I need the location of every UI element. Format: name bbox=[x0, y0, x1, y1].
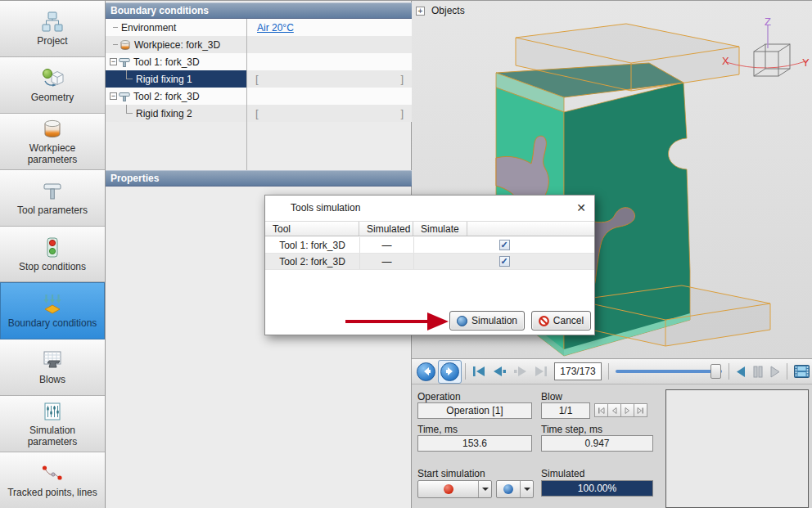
sidebar-item-label: Boundary conditions bbox=[8, 317, 97, 329]
tree-line bbox=[113, 44, 118, 45]
frame-slider[interactable] bbox=[616, 362, 722, 380]
bracket-open: [ bbox=[255, 73, 259, 85]
last-frame-button[interactable] bbox=[534, 366, 548, 377]
sidebar-item-label: Geometry bbox=[31, 92, 74, 103]
column-header-simulated[interactable]: Simulated bbox=[359, 222, 413, 236]
column-header-tool[interactable]: Tool bbox=[265, 222, 359, 236]
tree-row-label: Rigid fixing 2 bbox=[136, 108, 192, 119]
start-simulation-dropdown[interactable] bbox=[478, 481, 491, 497]
frame-counter-field[interactable]: 173/173 bbox=[554, 362, 602, 380]
collapse-expander-icon[interactable]: − bbox=[110, 92, 117, 100]
environment-value-link[interactable]: Air 20°C bbox=[257, 22, 294, 34]
operation-label: Operation bbox=[417, 391, 461, 402]
first-frame-button[interactable] bbox=[471, 366, 486, 377]
start-simulation-label: Start simulation bbox=[417, 468, 485, 479]
column-divider bbox=[246, 122, 247, 170]
tree-line bbox=[113, 27, 118, 28]
time-step-label: Time step, ms bbox=[541, 424, 602, 435]
blow-last-button[interactable] bbox=[634, 403, 647, 417]
sidebar-item-label: Simulation parameters bbox=[3, 425, 102, 447]
operation-field[interactable]: Operation [1] bbox=[417, 402, 532, 419]
bracket-close: ] bbox=[400, 73, 404, 85]
blow-label: Blow bbox=[541, 391, 562, 402]
simulation-sphere-icon bbox=[457, 316, 467, 326]
blow-previous-button[interactable] bbox=[607, 403, 621, 417]
sidebar-item-project[interactable]: Project bbox=[0, 1, 105, 57]
simulation-button[interactable]: Simulation bbox=[449, 311, 525, 330]
slider-track bbox=[616, 370, 722, 373]
record-dot-icon bbox=[444, 484, 453, 494]
step-forward-button[interactable] bbox=[512, 366, 529, 377]
panel-header-properties: Properties bbox=[106, 170, 412, 187]
tree-row-tool-2[interactable]: − Tool 2: fork_3D bbox=[106, 88, 412, 105]
simulate-checkbox[interactable]: ✓ bbox=[499, 256, 510, 267]
previous-record-button[interactable] bbox=[417, 362, 435, 381]
dialog-table-row[interactable]: Tool 1: fork_3D — ✓ bbox=[265, 237, 594, 254]
axis-y-label: Y bbox=[802, 56, 810, 69]
simulated-cell: — bbox=[359, 254, 413, 269]
tree-row-label: Environment bbox=[121, 22, 176, 34]
blows-icon bbox=[40, 349, 65, 372]
playback-toolbar: 173/173 bbox=[412, 359, 812, 384]
tracked-points-icon bbox=[40, 462, 65, 485]
sidebar-item-tool-parameters[interactable]: Tool parameters bbox=[0, 170, 105, 227]
project-icon bbox=[40, 11, 65, 34]
boundary-conditions-icon bbox=[40, 293, 65, 316]
playback-control-panel: 173/173 bbox=[412, 358, 812, 508]
simulation-button-label: Simulation bbox=[471, 315, 517, 326]
dialog-table-row[interactable]: Tool 2: fork_3D — ✓ bbox=[265, 254, 594, 270]
column-header-simulate[interactable]: Simulate bbox=[413, 222, 467, 236]
axis-z-label: Z bbox=[765, 17, 771, 28]
close-icon[interactable]: ✕ bbox=[576, 200, 586, 215]
tree-row-environment[interactable]: Environment Air 20°C bbox=[106, 19, 412, 36]
tool-name-cell: Tool 1: fork_3D bbox=[265, 237, 359, 253]
traffic-light-icon bbox=[40, 236, 65, 259]
record-video-icon[interactable] bbox=[793, 363, 810, 380]
boundary-conditions-tree: Environment Air 20°C Workpiece: fork_3D bbox=[106, 19, 412, 122]
panel-header-boundary-conditions: Boundary conditions bbox=[106, 2, 412, 19]
simulated-label: Simulated bbox=[541, 468, 584, 479]
rigid-fixing-value-field[interactable]: [ ] bbox=[247, 73, 412, 85]
tree-row-label: Tool 2: fork_3D bbox=[133, 91, 200, 102]
sidebar-item-boundary-conditions[interactable]: Boundary conditions bbox=[0, 282, 105, 339]
sidebar-item-blows[interactable]: Blows bbox=[0, 339, 105, 396]
workpiece-icon bbox=[40, 118, 65, 141]
collapse-expander-icon[interactable]: − bbox=[110, 58, 117, 65]
sidebar-item-label: Tool parameters bbox=[17, 205, 88, 216]
simulate-checkbox[interactable]: ✓ bbox=[499, 240, 510, 250]
sidebar-item-workpiece-parameters[interactable]: Workpiece parameters bbox=[0, 114, 105, 170]
navigation-sidebar: Project Geometry bbox=[0, 1, 106, 508]
sidebar-item-tracked-points-lines[interactable]: Tracked points, lines bbox=[0, 452, 105, 508]
step-back-button[interactable] bbox=[491, 366, 508, 377]
tree-row-label: Rigid fixing 1 bbox=[136, 74, 192, 85]
slider-thumb[interactable] bbox=[710, 364, 721, 379]
blow-next-button[interactable] bbox=[620, 403, 634, 417]
play-button[interactable] bbox=[769, 366, 781, 378]
sidebar-item-stop-conditions[interactable]: Stop conditions bbox=[0, 227, 105, 283]
blow-first-button[interactable] bbox=[594, 403, 608, 417]
play-reverse-button[interactable] bbox=[735, 366, 747, 378]
start-simulation-button[interactable] bbox=[417, 480, 492, 498]
sidebar-item-geometry[interactable]: Geometry bbox=[0, 57, 105, 114]
cancel-button[interactable]: Cancel bbox=[531, 311, 591, 330]
axes-orientation-widget[interactable]: Z X Y bbox=[721, 17, 811, 89]
pause-button[interactable] bbox=[752, 366, 764, 378]
time-step-field[interactable]: 0.947 bbox=[541, 435, 653, 452]
time-field[interactable]: 153.6 bbox=[417, 435, 532, 452]
next-record-button[interactable] bbox=[440, 362, 459, 381]
rigid-fixing-value-field[interactable]: [ ] bbox=[247, 107, 412, 119]
tree-row-label: Tool 1: fork_3D bbox=[133, 56, 200, 68]
tree-row-rigid-fixing-2[interactable]: Rigid fixing 2 [ ] bbox=[106, 105, 412, 122]
blow-field[interactable]: 1/1 bbox=[541, 402, 590, 419]
toolbar-separator bbox=[729, 363, 729, 380]
simulation-state-button[interactable] bbox=[496, 480, 534, 498]
tree-row-workpiece[interactable]: Workpiece: fork_3D bbox=[106, 36, 412, 53]
simulated-cell: — bbox=[359, 237, 413, 253]
simulation-state-dropdown[interactable] bbox=[520, 481, 533, 497]
tree-row-tool-1[interactable]: − Tool 1: fork_3D bbox=[106, 53, 412, 70]
sidebar-item-simulation-parameters[interactable]: Simulation parameters bbox=[0, 396, 105, 452]
info-panel bbox=[665, 389, 809, 508]
tree-line bbox=[126, 70, 133, 79]
tree-row-rigid-fixing-1[interactable]: Rigid fixing 1 [ ] bbox=[106, 70, 412, 88]
bracket-open: [ bbox=[255, 107, 259, 119]
